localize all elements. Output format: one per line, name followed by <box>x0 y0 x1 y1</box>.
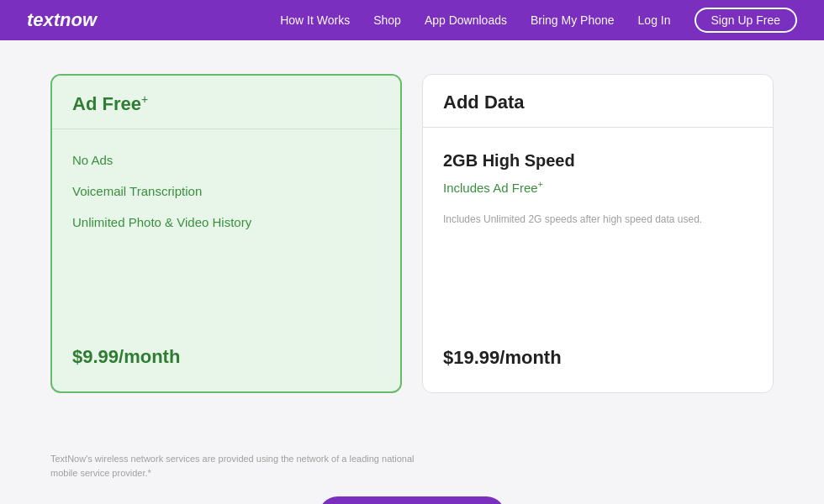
nav-bring-my-phone[interactable]: Bring My Phone <box>531 13 615 27</box>
nav-shop[interactable]: Shop <box>373 13 401 27</box>
footer-disclaimer: TextNow's wireless network services are … <box>50 452 420 480</box>
adddata-price: $19.99/month <box>443 347 753 369</box>
adfree-card-body: No Ads Voicemail Transcription Unlimited… <box>52 129 400 391</box>
nav-app-downloads[interactable]: App Downloads <box>425 13 507 27</box>
nav: How It Works Shop App Downloads Bring My… <box>280 8 797 33</box>
signup-button[interactable]: Sign Up Free <box>695 8 797 33</box>
adfree-card: Ad Free+ No Ads Voicemail Transcription … <box>50 74 402 393</box>
adfree-price: $9.99/month <box>72 326 380 368</box>
footer-area: TextNow's wireless network services are … <box>0 444 824 480</box>
adddata-card: Add Data 2GB High Speed Includes Ad Free… <box>422 74 774 393</box>
adddata-card-title: Add Data <box>443 92 753 113</box>
adfree-card-title: Ad Free+ <box>72 92 380 115</box>
adddata-card-header: Add Data <box>423 75 773 128</box>
adfree-feature-2: Voicemail Transcription <box>72 184 380 198</box>
adddata-card-body: 2GB High Speed Includes Ad Free+ Include… <box>423 128 773 392</box>
data-note: Includes Unlimited 2G speeds after high … <box>443 212 753 227</box>
adfree-feature-1: No Ads <box>72 153 380 167</box>
logo: textnow <box>27 9 97 31</box>
buy-btn-container: Buy an Activation Kit <box>0 496 824 504</box>
nav-how-it-works[interactable]: How It Works <box>280 13 350 27</box>
adfree-card-header: Ad Free+ <box>52 76 400 129</box>
header: textnow How It Works Shop App Downloads … <box>0 0 824 40</box>
cards-row: Ad Free+ No Ads Voicemail Transcription … <box>50 74 774 393</box>
data-plan-title: 2GB High Speed <box>443 151 753 171</box>
adfree-feature-3: Unlimited Photo & Video History <box>72 215 380 229</box>
buy-activation-kit-button[interactable]: Buy an Activation Kit <box>319 496 505 504</box>
main-content: Ad Free+ No Ads Voicemail Transcription … <box>0 40 824 444</box>
data-includes-label: Includes Ad Free+ <box>443 179 753 195</box>
nav-log-in[interactable]: Log In <box>638 13 671 27</box>
